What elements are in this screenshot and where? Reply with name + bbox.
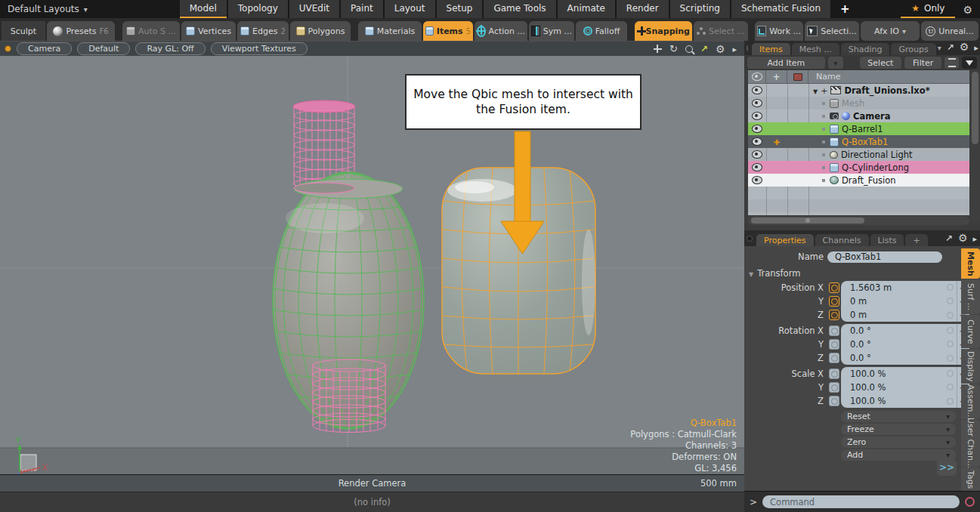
rotation-y-input[interactable]: 0.0 °	[841, 338, 969, 352]
gear-icon[interactable]	[958, 232, 968, 244]
tree-vertical-scrollbar[interactable]	[970, 70, 980, 224]
tab-add[interactable]: +	[905, 234, 927, 246]
maximize-icon[interactable]	[945, 230, 953, 245]
menu-tab-topology[interactable]: Topology	[228, 0, 288, 18]
viewport-raygl-button[interactable]: Ray GL: Off	[135, 42, 205, 55]
magnifier-icon[interactable]	[685, 45, 693, 53]
item-name-input[interactable]	[827, 251, 942, 263]
toolbar-afx-io[interactable]: Afx IO	[861, 21, 920, 41]
toolbar-sculpt[interactable]: Sculpt	[2, 21, 45, 41]
toolbar-edges[interactable]: Edges2	[237, 21, 289, 41]
rotation-x-input[interactable]: 0.0 °	[841, 324, 969, 338]
select-button[interactable]: Select	[860, 57, 901, 69]
side-tab-assembly[interactable]: Assem...	[961, 384, 980, 419]
side-tab-surf[interactable]: Surf ...	[961, 279, 980, 314]
envelope-button[interactable]	[829, 396, 839, 406]
toolbar-polygons[interactable]: Polygons	[290, 21, 351, 41]
tree-horizontal-scrollbar[interactable]	[748, 216, 969, 225]
envelope-button[interactable]	[829, 339, 839, 350]
channel-circle-icon[interactable]	[947, 327, 954, 334]
toolbar-auto-select[interactable]: Auto S ...	[122, 21, 180, 41]
side-tab-user-channels[interactable]: User Chan...	[961, 420, 980, 467]
rotate-icon[interactable]	[669, 43, 678, 54]
tab-groups[interactable]: Groups	[891, 43, 935, 55]
tab-items[interactable]: Items	[752, 43, 790, 55]
eye-icon[interactable]	[752, 99, 762, 107]
side-tab-mesh[interactable]: Mesh	[961, 248, 980, 279]
scale-y-input[interactable]: 100.0 %	[841, 381, 969, 395]
menu-tab-animate[interactable]: Animate	[558, 0, 615, 18]
tree-row-directional-light[interactable]: Directional Light	[748, 148, 969, 161]
scale-x-input[interactable]: 100.0 %	[841, 367, 969, 381]
side-tab-curve[interactable]: Curve	[961, 315, 980, 348]
menu-tab-scripting[interactable]: Scripting	[670, 0, 730, 18]
envelope-button[interactable]	[829, 353, 839, 363]
tree-row-camera[interactable]: Camera	[748, 109, 969, 122]
envelope-button[interactable]	[829, 325, 839, 336]
menu-tab-model[interactable]: Model	[180, 0, 227, 18]
channel-circle-icon[interactable]	[947, 341, 954, 347]
add-item-caret[interactable]	[828, 57, 843, 69]
envelope-button[interactable]	[829, 310, 839, 320]
position-y-input[interactable]: 0 m	[841, 295, 969, 309]
envelope-button[interactable]	[829, 296, 839, 307]
panel-expand-icon[interactable]	[974, 39, 978, 54]
position-x-input[interactable]: 1.5603 m	[841, 281, 969, 295]
channel-circle-icon[interactable]	[947, 284, 954, 291]
tab-properties[interactable]: Properties	[756, 234, 814, 246]
menu-tab-paint[interactable]: Paint	[341, 0, 383, 18]
command-input[interactable]	[762, 495, 960, 508]
settings-button[interactable]	[955, 0, 980, 18]
toolbar-unreal[interactable]: Unreal...	[921, 21, 978, 41]
toolbar-action-center[interactable]: Action ...	[475, 21, 527, 41]
side-tab-display[interactable]: Display	[961, 349, 980, 384]
tab-lists[interactable]: Lists	[870, 234, 904, 246]
tree-row-mesh[interactable]: Mesh	[748, 97, 969, 109]
panel-expand-icon[interactable]	[732, 44, 737, 54]
toolbar-symmetry[interactable]: Sym ...	[529, 21, 574, 41]
viewport-3d[interactable]: Y X Move the Qbic mesh to intersect with…	[0, 56, 744, 474]
tree-row-scene[interactable]: Draft_Unions.lxo*	[748, 84, 969, 97]
panel-expand-icon[interactable]	[972, 230, 977, 245]
viewport-camera-button[interactable]: Camera	[17, 42, 72, 55]
tree-row-qboxtab1[interactable]: Q-BoxTab1	[748, 135, 969, 148]
tab-channels[interactable]: Channels	[815, 234, 869, 246]
eye-icon[interactable]	[752, 176, 762, 184]
add-item-button[interactable]: Add Item	[747, 57, 825, 69]
eye-icon[interactable]	[752, 163, 762, 171]
tab-shading[interactable]: Shading	[841, 43, 890, 55]
menu-tab-setup[interactable]: Setup	[437, 0, 483, 18]
channel-circle-icon[interactable]	[947, 370, 954, 377]
toolbar-falloff[interactable]: Falloff	[576, 21, 627, 41]
envelope-button[interactable]	[829, 282, 839, 293]
eye-icon[interactable]	[752, 150, 762, 159]
toolbar-materials[interactable]: Materials	[358, 21, 422, 41]
channel-circle-icon[interactable]	[947, 384, 954, 390]
barrel-mesh[interactable]	[273, 172, 424, 429]
eye-icon[interactable]	[752, 86, 762, 94]
scrollbar-thumb[interactable]	[751, 217, 864, 224]
list-options-button[interactable]	[944, 57, 959, 69]
freeze-button[interactable]: Freeze	[841, 424, 956, 435]
toolbar-presets[interactable]: PresetsF6	[47, 21, 115, 41]
tree-row-draft-fusion[interactable]: Draft_Fusion	[748, 174, 969, 187]
maximize-icon[interactable]	[700, 44, 708, 54]
envelope-button[interactable]	[829, 382, 839, 393]
menu-tab-game-tools[interactable]: Game Tools	[484, 0, 555, 18]
toolbar-snapping[interactable]: Snapping	[635, 21, 692, 41]
record-icon[interactable]	[965, 497, 975, 507]
side-tab-tags[interactable]: Tags	[961, 467, 980, 492]
tree-row-qcylinderlong[interactable]: Q-CylinderLong	[748, 161, 969, 174]
channel-circle-icon[interactable]	[947, 355, 954, 362]
eye-icon[interactable]	[752, 137, 762, 146]
add-layout-tab-button[interactable]: +	[832, 0, 858, 18]
eye-icon[interactable]	[752, 125, 762, 133]
position-z-input[interactable]: 0 m	[841, 308, 969, 322]
channel-circle-icon[interactable]	[947, 312, 954, 319]
menu-tab-layout[interactable]: Layout	[385, 0, 435, 18]
gear-icon[interactable]	[960, 41, 969, 53]
toolbar-select-sets[interactable]: Select ...	[694, 21, 748, 41]
only-toggle[interactable]: Only	[901, 0, 955, 18]
reset-button[interactable]: Reset	[841, 411, 956, 422]
chevron-down-icon[interactable]	[938, 39, 941, 54]
